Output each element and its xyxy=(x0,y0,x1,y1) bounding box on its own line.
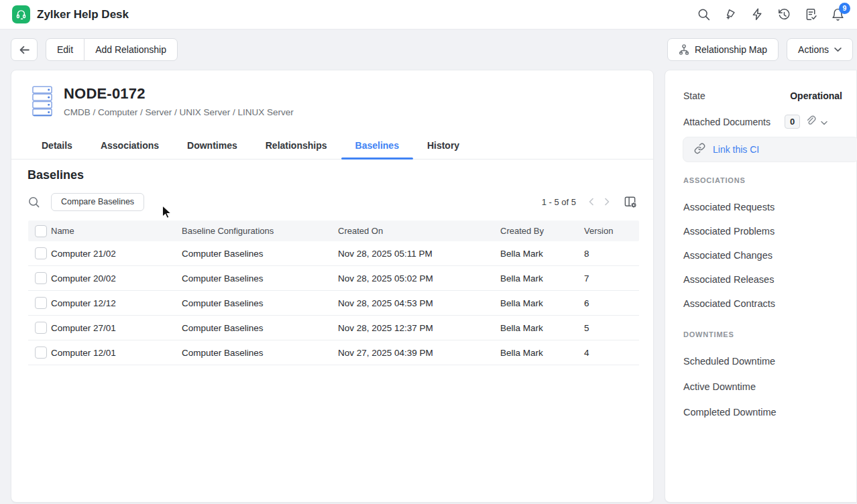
ci-name: NODE-0172 xyxy=(64,85,294,103)
cell-created-on: Nov 28, 2025 05:11 PM xyxy=(338,249,500,259)
col-header-version[interactable]: Version xyxy=(584,226,639,236)
cell-name: Computer 27/01 xyxy=(51,323,182,333)
approvals-icon[interactable] xyxy=(803,7,818,22)
notifications-bell-icon[interactable]: 9 xyxy=(830,7,845,22)
ci-tabs: Details Associations Downtimes Relations… xyxy=(11,132,653,160)
associated-changes-link[interactable]: Associated Changes xyxy=(683,243,842,267)
tab-baselines[interactable]: Baselines xyxy=(341,132,413,159)
next-page-icon[interactable] xyxy=(602,197,612,206)
hierarchy-icon xyxy=(679,44,689,55)
state-label: State xyxy=(683,90,705,101)
table-row[interactable]: Computer 12/01 Computer Baselines Nov 27… xyxy=(28,340,639,365)
cell-config: Computer Baselines xyxy=(182,298,338,308)
app-logo-icon[interactable] xyxy=(12,5,30,23)
column-settings-icon[interactable] xyxy=(624,195,637,208)
cell-created-by: Bella Mark xyxy=(500,249,584,259)
cell-version: 6 xyxy=(584,298,639,308)
downtimes-group-label: DOWNTIMES xyxy=(683,330,734,338)
relationship-map-button[interactable]: Relationship Map xyxy=(667,38,779,61)
section-title: Baselines xyxy=(27,168,84,182)
topbar-icons: 9 xyxy=(696,7,845,22)
list-search-icon[interactable] xyxy=(27,196,40,208)
attached-documents-label: Attached Documents xyxy=(683,117,770,127)
cell-created-by: Bella Mark xyxy=(500,323,584,333)
edit-button[interactable]: Edit xyxy=(46,38,84,61)
associated-releases-link[interactable]: Associated Releases xyxy=(683,267,842,292)
chevron-down-icon xyxy=(834,47,842,52)
cell-name: Computer 20/02 xyxy=(51,273,182,284)
cell-config: Computer Baselines xyxy=(182,323,338,333)
select-all-checkbox[interactable] xyxy=(35,225,47,237)
tab-relationships[interactable]: Relationships xyxy=(251,132,341,159)
tab-downtimes[interactable]: Downtimes xyxy=(173,132,251,159)
table-row[interactable]: Computer 21/02 Computer Baselines Nov 28… xyxy=(28,241,639,266)
row-checkbox[interactable] xyxy=(35,272,47,284)
col-header-name[interactable]: Name xyxy=(51,226,182,236)
associated-problems-link[interactable]: Associated Problems xyxy=(683,219,842,243)
actions-label: Actions xyxy=(798,44,829,55)
associations-group-label: ASSOCIATIONS xyxy=(683,176,746,184)
prev-page-icon[interactable] xyxy=(587,197,596,206)
col-header-config[interactable]: Baseline Configurations xyxy=(182,226,338,236)
cell-created-on: Nov 27, 2025 04:39 PM xyxy=(338,348,500,358)
tab-associations[interactable]: Associations xyxy=(87,132,173,159)
link-icon xyxy=(694,143,705,157)
cell-version: 4 xyxy=(584,348,639,358)
brand: Zylker Help Desk xyxy=(12,5,129,23)
tab-history[interactable]: History xyxy=(413,132,473,159)
cell-name: Computer 12/12 xyxy=(51,298,182,308)
table-row[interactable]: Computer 27/01 Computer Baselines Nov 28… xyxy=(28,316,639,340)
active-downtime-link[interactable]: Active Downtime xyxy=(683,374,842,399)
compare-baselines-button[interactable]: Compare Baselines xyxy=(51,193,144,211)
table-header-row: Name Baseline Configurations Created On … xyxy=(28,220,639,241)
action-toolbar: Edit Add Relationship Relationship Map A… xyxy=(0,29,857,70)
attached-documents-row: Attached Documents 0 xyxy=(683,115,842,129)
add-relationship-button[interactable]: Add Relationship xyxy=(84,38,178,61)
baselines-table: Name Baseline Configurations Created On … xyxy=(28,220,639,365)
actions-button[interactable]: Actions xyxy=(787,38,853,61)
completed-downtime-link[interactable]: Completed Downtime xyxy=(683,399,842,425)
ci-header: NODE-0172 CMDB / Computer / Server / UNI… xyxy=(32,85,294,120)
ci-detail-card: NODE-0172 CMDB / Computer / Server / UNI… xyxy=(11,70,654,503)
server-icon xyxy=(32,85,54,120)
flash-icon[interactable] xyxy=(750,7,764,22)
link-this-ci-label: Link this CI xyxy=(713,144,759,155)
associated-requests-link[interactable]: Associated Requests xyxy=(683,195,842,219)
history-icon[interactable] xyxy=(777,7,791,22)
quick-add-icon[interactable] xyxy=(723,7,738,22)
chevron-down-icon[interactable] xyxy=(821,116,827,128)
attachment-count: 0 xyxy=(785,115,800,129)
scheduled-downtime-link[interactable]: Scheduled Downtime xyxy=(683,349,842,374)
table-row[interactable]: Computer 12/12 Computer Baselines Nov 28… xyxy=(28,291,639,316)
row-checkbox[interactable] xyxy=(35,297,47,309)
link-this-ci-button[interactable]: Link this CI xyxy=(683,137,857,162)
cell-config: Computer Baselines xyxy=(182,249,338,259)
row-checkbox[interactable] xyxy=(35,322,47,334)
row-checkbox[interactable] xyxy=(35,247,47,259)
cell-created-on: Nov 28, 2025 12:37 PM xyxy=(338,323,500,333)
edit-group: Edit Add Relationship xyxy=(46,38,178,61)
top-app-bar: Zylker Help Desk xyxy=(0,0,857,29)
tab-details[interactable]: Details xyxy=(27,132,87,159)
associated-contracts-link[interactable]: Associated Contracts xyxy=(683,292,842,316)
paperclip-icon[interactable] xyxy=(805,115,816,129)
list-controls: Compare Baselines 1 - 5 of 5 xyxy=(27,192,637,211)
search-icon[interactable] xyxy=(696,7,711,22)
cell-name: Computer 12/01 xyxy=(51,348,182,358)
notification-badge: 9 xyxy=(839,3,850,14)
row-checkbox[interactable] xyxy=(35,346,47,359)
cell-config: Computer Baselines xyxy=(182,348,338,358)
pagination-range: 1 - 5 of 5 xyxy=(542,197,576,207)
downtimes-list: Scheduled Downtime Active Downtime Compl… xyxy=(683,349,842,425)
cell-created-by: Bella Mark xyxy=(500,348,584,358)
cell-created-by: Bella Mark xyxy=(500,273,584,284)
table-row[interactable]: Computer 20/02 Computer Baselines Nov 28… xyxy=(28,266,639,291)
attachments-control[interactable]: 0 xyxy=(785,115,827,129)
relationship-map-label: Relationship Map xyxy=(695,44,767,55)
cell-config: Computer Baselines xyxy=(182,273,338,284)
col-header-created-by[interactable]: Created By xyxy=(500,226,584,236)
cell-version: 8 xyxy=(584,249,639,259)
back-button[interactable] xyxy=(11,38,38,61)
cell-created-by: Bella Mark xyxy=(500,298,584,308)
col-header-created-on[interactable]: Created On xyxy=(338,226,500,236)
